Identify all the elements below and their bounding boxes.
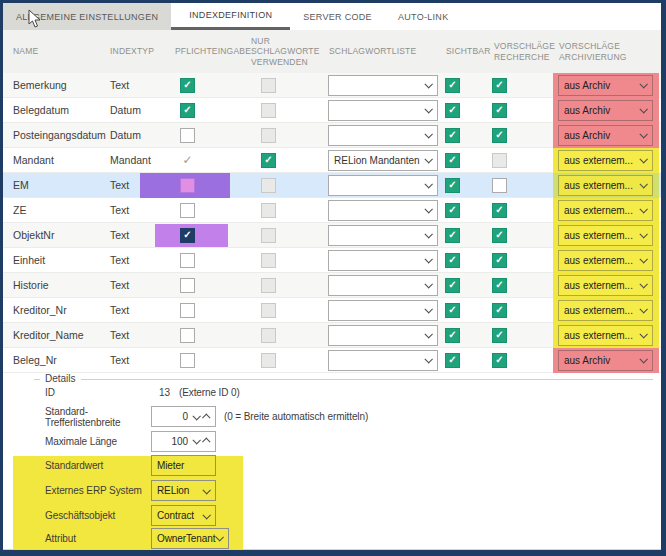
pflichteingabe-checkbox[interactable] <box>180 353 195 368</box>
schlagwortliste-dropdown[interactable] <box>328 200 438 221</box>
nur-schlagworte-checkbox[interactable] <box>261 303 276 318</box>
chevron-up-icon[interactable] <box>202 437 210 445</box>
schlagwortliste-dropdown[interactable] <box>328 325 438 346</box>
table-row[interactable]: ObjektNrText✓✓✓aus externem... <box>3 223 661 248</box>
sichtbar-checkbox[interactable]: ✓ <box>445 353 460 368</box>
schlagwortliste-dropdown[interactable] <box>328 225 438 246</box>
nur-schlagworte-checkbox[interactable] <box>261 328 276 343</box>
table-row[interactable]: EinheitText✓✓aus externem... <box>3 248 661 273</box>
pflichteingabe-checkbox[interactable] <box>180 278 195 293</box>
archivierung-dropdown[interactable]: aus Archiv <box>558 75 653 96</box>
recherche-checkbox[interactable]: ✓ <box>492 303 507 318</box>
sichtbar-checkbox[interactable]: ✓ <box>445 228 460 243</box>
archivierung-dropdown[interactable]: aus externem... <box>558 150 653 171</box>
table-row[interactable]: Beleg_NrText✓✓aus Archiv <box>3 348 661 373</box>
archivierung-dropdown[interactable]: aus externem... <box>558 325 653 346</box>
nur-schlagworte-checkbox[interactable] <box>261 203 276 218</box>
archivierung-dropdown[interactable]: aus externem... <box>558 250 653 271</box>
geschaeftsobjekt-dropdown[interactable]: Contract <box>151 505 216 526</box>
schlagwortliste-dropdown[interactable] <box>328 250 438 271</box>
nur-schlagworte-checkbox[interactable] <box>261 278 276 293</box>
table-row[interactable]: ZEText✓✓aus externem... <box>3 198 661 223</box>
table-row[interactable]: PosteingangsdatumDatum✓✓aus Archiv <box>3 123 661 148</box>
nur-schlagworte-checkbox[interactable] <box>261 78 276 93</box>
table-row[interactable]: EMText✓aus externem... <box>3 173 661 198</box>
sichtbar-checkbox[interactable]: ✓ <box>445 203 460 218</box>
archivierung-dropdown[interactable]: aus externem... <box>558 200 653 221</box>
sichtbar-checkbox[interactable]: ✓ <box>445 153 460 168</box>
nur-schlagworte-cell <box>247 73 325 97</box>
recherche-checkbox[interactable] <box>492 178 507 193</box>
sichtbar-checkbox[interactable]: ✓ <box>445 128 460 143</box>
recherche-checkbox[interactable]: ✓ <box>492 78 507 93</box>
tab-server-code[interactable]: SERVER CODE <box>290 3 385 30</box>
recherche-checkbox[interactable]: ✓ <box>492 228 507 243</box>
tab-auto-link[interactable]: AUTO-LINK <box>385 3 462 30</box>
nur-schlagworte-checkbox[interactable] <box>261 353 276 368</box>
maxlen-spinner[interactable]: 100 <box>151 431 216 452</box>
schlagwortliste-dropdown[interactable] <box>328 300 438 321</box>
archivierung-dropdown[interactable]: aus Archiv <box>558 125 653 146</box>
sichtbar-checkbox[interactable]: ✓ <box>445 178 460 193</box>
schlagwortliste-dropdown[interactable] <box>328 275 438 296</box>
width-spinner[interactable]: 0 <box>151 406 216 427</box>
archivierung-dropdown[interactable]: aus Archiv <box>558 350 653 371</box>
recherche-checkbox[interactable]: ✓ <box>492 203 507 218</box>
pflichteingabe-checkbox[interactable] <box>180 178 195 193</box>
pflichteingabe-checkbox[interactable] <box>180 253 195 268</box>
sichtbar-checkbox[interactable]: ✓ <box>445 303 460 318</box>
sichtbar-checkbox[interactable]: ✓ <box>445 253 460 268</box>
archivierung-dropdown[interactable]: aus externem... <box>558 175 653 196</box>
pflichteingabe-checkbox[interactable] <box>180 203 195 218</box>
recherche-checkbox[interactable]: ✓ <box>492 103 507 118</box>
sichtbar-checkbox[interactable]: ✓ <box>445 78 460 93</box>
sichtbar-checkbox[interactable]: ✓ <box>445 103 460 118</box>
pflichteingabe-checkbox[interactable]: ✓ <box>180 103 195 118</box>
sichtbar-checkbox[interactable]: ✓ <box>445 328 460 343</box>
archivierung-dropdown[interactable]: aus externem... <box>558 300 653 321</box>
erp-dropdown[interactable]: RELion <box>151 480 216 501</box>
id-extra: (Externe ID 0) <box>179 387 240 398</box>
pflichteingabe-checkbox[interactable] <box>180 303 195 318</box>
schlagwortliste-dropdown[interactable] <box>328 125 438 146</box>
pflichteingabe-checkbox[interactable] <box>180 328 195 343</box>
archivierung-dropdown[interactable]: aus externem... <box>558 225 653 246</box>
recherche-checkbox[interactable]: ✓ <box>492 328 507 343</box>
nur-schlagworte-checkbox[interactable] <box>261 103 276 118</box>
recherche-checkbox[interactable]: ✓ <box>492 278 507 293</box>
schlagwortliste-dropdown[interactable] <box>328 75 438 96</box>
schlagwortliste-dropdown[interactable] <box>328 350 438 371</box>
nur-schlagworte-checkbox[interactable] <box>261 253 276 268</box>
recherche-checkbox[interactable]: ✓ <box>492 128 507 143</box>
chevron-down-icon[interactable] <box>192 412 200 420</box>
chevron-up-icon[interactable] <box>202 413 210 421</box>
archivierung-highlight: aus Archiv <box>553 123 659 148</box>
table-row[interactable]: HistorieText✓✓aus externem... <box>3 273 661 298</box>
chevron-down-icon[interactable] <box>192 436 200 444</box>
schlagwortliste-dropdown[interactable]: RELion Mandanten <box>328 150 438 171</box>
table-row[interactable]: BelegdatumDatum✓✓✓aus Archiv <box>3 98 661 123</box>
schlagwortliste-dropdown[interactable] <box>328 175 438 196</box>
archivierung-value: aus externem... <box>564 180 633 191</box>
recherche-checkbox[interactable]: ✓ <box>492 353 507 368</box>
tab-indexdefinition[interactable]: INDEXDEFINITION <box>171 3 290 30</box>
nur-schlagworte-checkbox[interactable] <box>261 128 276 143</box>
nur-schlagworte-checkbox[interactable] <box>261 228 276 243</box>
archivierung-dropdown[interactable]: aus externem... <box>558 275 653 296</box>
pflichteingabe-checkbox[interactable] <box>180 128 195 143</box>
table-row[interactable]: Kreditor_NrText✓✓aus externem... <box>3 298 661 323</box>
table-row[interactable]: MandantMandant✓✓RELion Mandanten✓aus ext… <box>3 148 661 173</box>
nur-schlagworte-checkbox[interactable] <box>261 178 276 193</box>
table-row[interactable]: BemerkungText✓✓✓aus Archiv <box>3 73 661 98</box>
pflichteingabe-checkbox[interactable]: ✓ <box>180 228 195 243</box>
recherche-checkbox[interactable]: ✓ <box>492 253 507 268</box>
schlagwortliste-dropdown[interactable] <box>328 100 438 121</box>
attribut-dropdown[interactable]: OwnerTenant <box>151 528 229 549</box>
default-value-input[interactable]: Mieter <box>151 455 216 476</box>
sichtbar-checkbox[interactable]: ✓ <box>445 278 460 293</box>
table-row[interactable]: Kreditor_NameText✓✓aus externem... <box>3 323 661 348</box>
nur-schlagworte-checkbox[interactable]: ✓ <box>261 153 276 168</box>
pflichteingabe-checkbox[interactable]: ✓ <box>180 78 195 93</box>
recherche-checkbox[interactable] <box>492 153 507 168</box>
archivierung-dropdown[interactable]: aus Archiv <box>558 100 653 121</box>
